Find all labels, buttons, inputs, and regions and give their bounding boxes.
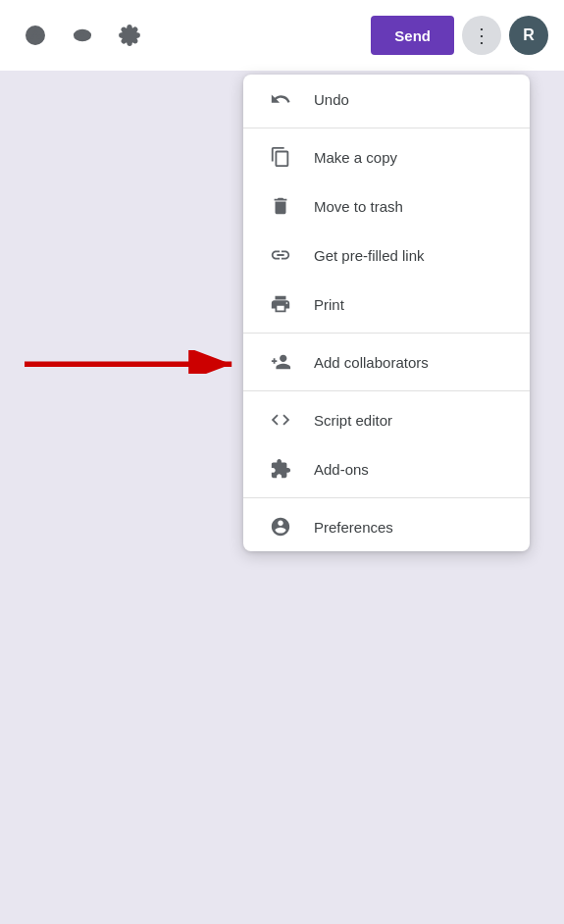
print-icon bbox=[267, 293, 294, 315]
menu-item-add-collaborators[interactable]: Add collaborators bbox=[243, 337, 530, 386]
svg-point-1 bbox=[30, 35, 33, 38]
send-button[interactable]: Send bbox=[371, 16, 454, 55]
undo-icon bbox=[267, 88, 294, 110]
more-options-button[interactable]: ⋮ bbox=[462, 16, 501, 55]
svg-point-5 bbox=[80, 33, 85, 38]
divider-2 bbox=[243, 333, 530, 334]
copy-icon bbox=[267, 146, 294, 168]
svg-point-2 bbox=[37, 35, 40, 38]
menu-item-preferences-label: Preferences bbox=[314, 519, 393, 536]
preferences-icon bbox=[267, 516, 294, 538]
svg-point-0 bbox=[26, 26, 44, 44]
svg-point-3 bbox=[34, 31, 37, 34]
menu-item-print[interactable]: Print bbox=[243, 280, 530, 329]
account-avatar[interactable]: R bbox=[509, 16, 548, 55]
menu-item-print-label: Print bbox=[314, 296, 344, 313]
menu-item-preferences[interactable]: Preferences bbox=[243, 502, 530, 551]
divider-3 bbox=[243, 390, 530, 391]
preview-icon[interactable] bbox=[63, 16, 102, 55]
menu-item-add-ons-label: Add-ons bbox=[314, 461, 369, 478]
avatar-letter: R bbox=[523, 26, 535, 44]
menu-item-undo[interactable]: Undo bbox=[243, 75, 530, 124]
menu-item-make-copy-label: Make a copy bbox=[314, 149, 397, 166]
divider-1 bbox=[243, 128, 530, 128]
menu-item-undo-label: Undo bbox=[314, 91, 349, 108]
menu-item-make-copy[interactable]: Make a copy bbox=[243, 132, 530, 181]
menu-item-move-trash[interactable]: Move to trash bbox=[243, 181, 530, 231]
menu-item-prefilled-link[interactable]: Get pre-filled link bbox=[243, 231, 530, 280]
more-dots-icon: ⋮ bbox=[472, 24, 491, 47]
collab-icon bbox=[267, 351, 294, 373]
code-icon bbox=[267, 409, 294, 431]
red-arrow bbox=[25, 350, 240, 374]
menu-item-move-trash-label: Move to trash bbox=[314, 198, 403, 215]
settings-icon[interactable] bbox=[110, 16, 149, 55]
menu-item-prefilled-link-label: Get pre-filled link bbox=[314, 247, 425, 264]
divider-4 bbox=[243, 497, 530, 498]
palette-icon[interactable] bbox=[16, 16, 55, 55]
toolbar: Send ⋮ R bbox=[0, 0, 564, 71]
menu-item-script-editor-label: Script editor bbox=[314, 412, 392, 429]
trash-icon bbox=[267, 195, 294, 217]
link-icon bbox=[267, 244, 294, 266]
menu-item-add-ons[interactable]: Add-ons bbox=[243, 444, 530, 493]
context-menu: Undo Make a copy Move to trash Get pre-f… bbox=[243, 75, 530, 551]
menu-item-add-collaborators-label: Add collaborators bbox=[314, 354, 429, 371]
menu-item-script-editor[interactable]: Script editor bbox=[243, 395, 530, 444]
addon-icon bbox=[267, 458, 294, 480]
